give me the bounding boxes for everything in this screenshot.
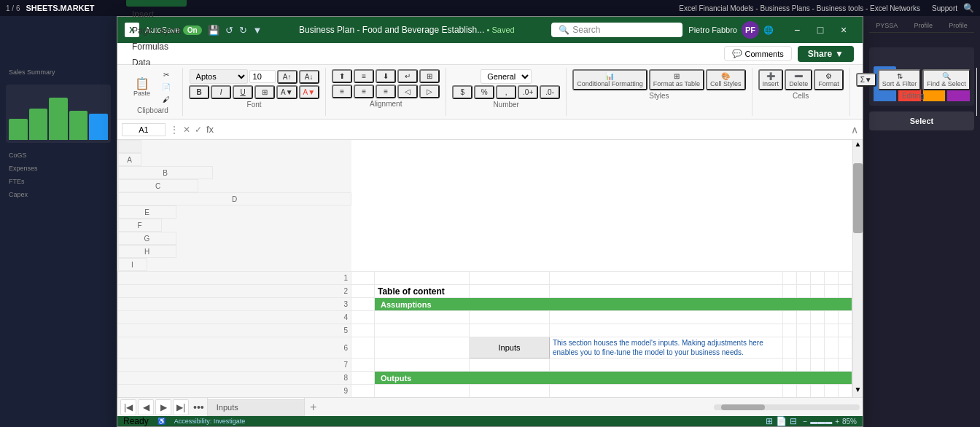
font-size-input[interactable] xyxy=(249,70,276,83)
merge-center-button[interactable]: ⊞ xyxy=(419,69,440,83)
tab-nav-next[interactable]: ▶ xyxy=(155,399,171,415)
cell-col-d[interactable] xyxy=(550,285,783,298)
cell-col-a[interactable] xyxy=(351,272,375,285)
font-decrease-button[interactable]: A↓ xyxy=(299,70,319,84)
cell-col-a[interactable] xyxy=(351,298,375,311)
wrap-text-button[interactable]: ↵ xyxy=(397,69,418,83)
menu-item-formulas[interactable]: Formulas xyxy=(126,39,187,55)
col-header-g[interactable]: G xyxy=(118,232,176,245)
cell-col-I[interactable] xyxy=(839,324,852,337)
cell-col-H[interactable] xyxy=(825,337,839,359)
page-break-button[interactable]: ⊟ xyxy=(790,416,797,426)
customize-icon[interactable]: ▼ xyxy=(253,25,262,36)
number-format-dropdown[interactable]: General xyxy=(481,69,532,84)
align-left-button[interactable]: ≡ xyxy=(332,85,352,98)
delete-cells-button[interactable]: ➖ Delete xyxy=(785,69,812,90)
cell-col-H[interactable] xyxy=(825,311,839,324)
cell-col-F[interactable] xyxy=(797,285,811,298)
col-header-d[interactable]: D xyxy=(118,192,351,205)
support-link[interactable]: Support xyxy=(932,4,957,12)
tab-nav-last[interactable]: ▶| xyxy=(173,399,189,415)
tab-nav-first[interactable]: |◀ xyxy=(120,399,136,415)
cell-col-G[interactable] xyxy=(811,272,825,285)
scroll-track-v[interactable] xyxy=(853,152,863,385)
cell-col-F[interactable] xyxy=(797,359,811,372)
cell-col-I[interactable] xyxy=(839,311,852,324)
cell-col-a[interactable] xyxy=(351,372,375,385)
cell-col-H[interactable] xyxy=(825,272,839,285)
cell-col-c[interactable] xyxy=(470,359,550,372)
comma-button[interactable]: , xyxy=(496,85,516,99)
cell-col-F[interactable] xyxy=(797,337,811,359)
cell-col-a[interactable] xyxy=(351,385,375,398)
page-layout-button[interactable]: 📄 xyxy=(776,416,787,426)
increase-indent-button[interactable]: ▷ xyxy=(419,85,440,98)
col-header-e[interactable]: E xyxy=(118,205,176,219)
cell-col-I[interactable] xyxy=(839,337,852,359)
insert-cells-button[interactable]: ➕ Insert xyxy=(758,69,784,90)
cell-col-a[interactable] xyxy=(351,359,375,372)
cell-col-H[interactable] xyxy=(825,324,839,337)
globe-icon[interactable]: 🌐 xyxy=(763,26,774,35)
find-select-button[interactable]: 🔍 Find & Select xyxy=(922,69,971,90)
copy-button[interactable]: 📄 xyxy=(156,82,176,93)
cell-col-I[interactable] xyxy=(839,272,852,285)
scroll-down-button[interactable]: ▼ xyxy=(853,385,863,397)
tab-nav-prev[interactable]: ◀ xyxy=(138,399,154,415)
cell-col-d[interactable] xyxy=(550,311,783,324)
normal-view-button[interactable]: ⊞ xyxy=(766,416,773,426)
cell-col-F[interactable] xyxy=(797,311,811,324)
cell-col-b[interactable] xyxy=(375,385,470,398)
cell-col-G[interactable] xyxy=(811,324,825,337)
user-avatar[interactable]: PF xyxy=(742,21,759,39)
search-icon[interactable]: 🔍 xyxy=(963,3,974,13)
cell-col-I[interactable] xyxy=(839,385,852,398)
border-button[interactable]: ⊞ xyxy=(254,85,275,99)
cell-col-I[interactable] xyxy=(839,285,852,298)
cell-col-F[interactable] xyxy=(797,385,811,398)
underline-button[interactable]: U xyxy=(233,85,253,99)
font-increase-button[interactable]: A↑ xyxy=(277,70,298,84)
cell-col-G[interactable] xyxy=(811,311,825,324)
search-box[interactable]: 🔍 Search xyxy=(551,23,682,37)
cell-options-icon[interactable]: ⋮ xyxy=(170,125,179,135)
menu-item-page-layout[interactable]: Page Layout xyxy=(126,23,187,39)
menu-item-insert[interactable]: Insert xyxy=(126,7,187,23)
col-header-a[interactable]: A xyxy=(118,153,141,166)
percent-button[interactable]: % xyxy=(474,85,494,99)
cell-col-d[interactable] xyxy=(550,385,783,398)
italic-button[interactable]: I xyxy=(211,85,231,99)
comments-button[interactable]: 💬 Comments xyxy=(724,46,792,61)
zoom-slider[interactable]: ▬▬▬ xyxy=(810,418,832,426)
align-center-button[interactable]: ≡ xyxy=(354,85,374,98)
cell-col-H[interactable] xyxy=(825,385,839,398)
cell-col-G[interactable] xyxy=(811,359,825,372)
col-header-b[interactable]: B xyxy=(118,166,213,179)
bold-button[interactable]: B xyxy=(189,85,209,99)
accessibility-text[interactable]: Accessibility: Investigate xyxy=(174,418,246,425)
zoom-out-button[interactable]: − xyxy=(803,418,807,426)
cell-col-F[interactable] xyxy=(797,324,811,337)
cell-col-b[interactable] xyxy=(375,359,470,372)
redo-icon[interactable]: ↻ xyxy=(239,25,247,36)
col-header-i[interactable]: I xyxy=(118,258,147,271)
confirm-formula-icon[interactable]: ✓ xyxy=(195,125,202,135)
tab-more[interactable]: ••• xyxy=(190,401,207,413)
cell-col-I[interactable] xyxy=(839,359,852,372)
cell-col-d[interactable] xyxy=(550,359,783,372)
cell-col-b[interactable] xyxy=(375,311,470,324)
align-top-button[interactable]: ⬆ xyxy=(332,69,352,83)
zoom-in-button[interactable]: + xyxy=(835,418,839,426)
cell-col-b[interactable] xyxy=(375,272,470,285)
sheet-tab-inputs[interactable]: Inputs xyxy=(207,399,305,415)
h-scroll-track[interactable] xyxy=(714,404,860,410)
cell-col-E[interactable] xyxy=(783,337,797,359)
cell-col-b[interactable]: Table of content xyxy=(375,285,470,298)
increase-decimal-button[interactable]: .0+ xyxy=(518,85,538,99)
decrease-decimal-button[interactable]: .0- xyxy=(540,85,560,99)
cell-col-c[interactable]: Inputs xyxy=(470,337,550,359)
cell-col-c[interactable] xyxy=(470,324,550,337)
menu-item-home[interactable]: Home xyxy=(126,0,187,7)
fx-icon[interactable]: fx xyxy=(206,124,214,135)
cancel-formula-icon[interactable]: ✕ xyxy=(183,125,190,135)
